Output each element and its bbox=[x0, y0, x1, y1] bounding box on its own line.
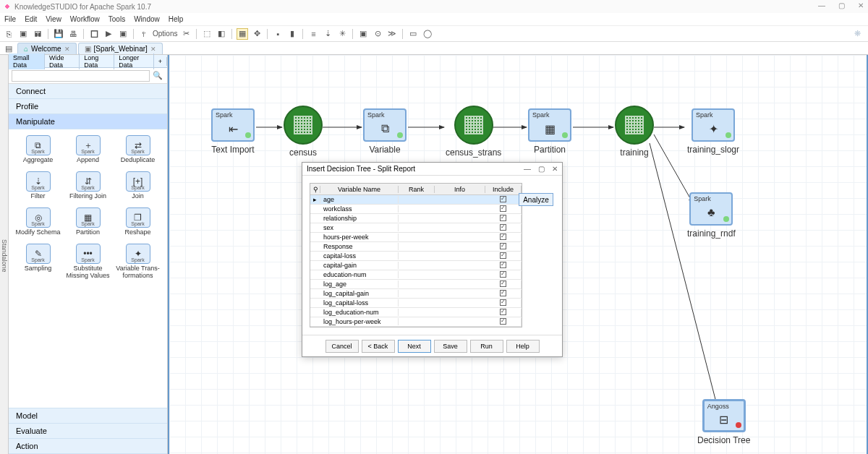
include-checkbox[interactable] bbox=[500, 215, 506, 221]
table-row[interactable]: relationship bbox=[310, 214, 522, 223]
sliders-icon[interactable]: ⫯ bbox=[138, 28, 150, 40]
table-row[interactable]: education-num bbox=[310, 270, 522, 280]
toolbar-icon[interactable]: ▭ bbox=[407, 28, 419, 40]
toolbar-icon[interactable]: ⎘ bbox=[3, 28, 14, 40]
include-checkbox[interactable] bbox=[500, 234, 506, 240]
tool-item[interactable]: ◎SparkModify Schema bbox=[14, 207, 61, 236]
toolbar-icon[interactable]: ✳ bbox=[336, 28, 348, 40]
col-include[interactable]: Include bbox=[485, 186, 522, 193]
dialog-close-icon[interactable]: ✕ bbox=[552, 165, 558, 173]
acc-action[interactable]: Action bbox=[9, 439, 167, 454]
include-checkbox[interactable] bbox=[500, 196, 506, 202]
col-rank[interactable]: Rank bbox=[399, 186, 435, 193]
node-variable[interactable]: Spark⧉ Variable bbox=[363, 108, 407, 155]
analyze-button[interactable]: Analyze bbox=[519, 193, 553, 206]
include-checkbox[interactable] bbox=[500, 243, 506, 249]
grid-icon[interactable]: ▦ bbox=[237, 28, 248, 40]
tab-close-icon[interactable]: ✕ bbox=[150, 46, 156, 53]
menu-workflow[interactable]: Workflow bbox=[70, 15, 100, 23]
toolbar-icon[interactable]: ▣ bbox=[17, 28, 29, 40]
col-info[interactable]: Info bbox=[435, 186, 485, 193]
run-button[interactable]: Run bbox=[470, 340, 503, 353]
back-button[interactable]: < Back bbox=[362, 340, 395, 353]
forward-icon[interactable]: ≫ bbox=[386, 28, 398, 40]
print-icon[interactable]: 🖶 bbox=[67, 28, 79, 40]
help-button[interactable]: Help bbox=[506, 340, 540, 353]
dialog-minimize-icon[interactable]: — bbox=[524, 165, 531, 173]
toolbar-icon[interactable]: ⬚ bbox=[201, 28, 213, 40]
maximize-button[interactable]: ▢ bbox=[838, 1, 845, 9]
table-row[interactable]: ▸age bbox=[310, 195, 522, 205]
include-checkbox[interactable] bbox=[500, 205, 506, 212]
acc-manipulate[interactable]: Manipulate bbox=[9, 114, 167, 129]
tool-item[interactable]: ⇣SparkFilter bbox=[14, 171, 61, 200]
acc-connect[interactable]: Connect bbox=[9, 84, 167, 99]
menu-tools[interactable]: Tools bbox=[109, 15, 125, 23]
list-icon[interactable]: ≡ bbox=[307, 28, 319, 40]
toolbar-icon[interactable]: ⇣ bbox=[322, 28, 333, 40]
data-tab-longer[interactable]: Longer Data bbox=[114, 53, 154, 69]
options-label[interactable]: Options bbox=[153, 28, 177, 40]
workflow-canvas[interactable]: Spark⇤ Text Import census Spark⧉ Variabl… bbox=[168, 55, 868, 454]
node-training[interactable]: training bbox=[615, 106, 654, 158]
node-census-strans[interactable]: census_strans bbox=[446, 106, 501, 158]
include-checkbox[interactable] bbox=[500, 252, 506, 259]
acc-model[interactable]: Model bbox=[9, 408, 167, 424]
table-row[interactable]: log_capital-gain bbox=[310, 289, 522, 299]
node-training-slogr[interactable]: Spark✦ training_slogr bbox=[687, 108, 739, 155]
include-checkbox[interactable] bbox=[500, 262, 506, 268]
tool-item[interactable]: ⧉SparkAggregate bbox=[14, 135, 61, 164]
node-training-rndf[interactable]: Spark♣ training_rndf bbox=[687, 192, 736, 239]
tool-item[interactable]: ▦SparkPartition bbox=[64, 207, 111, 236]
include-checkbox[interactable] bbox=[500, 318, 506, 325]
menu-file[interactable]: File bbox=[4, 15, 16, 23]
menu-window[interactable]: Window bbox=[134, 15, 160, 23]
toolbar-icon[interactable]: ▪ bbox=[272, 28, 284, 40]
toolbar-icon[interactable]: 🞏 bbox=[88, 28, 100, 40]
tool-item[interactable]: ⇄SparkDeduplicate bbox=[114, 135, 161, 164]
tool-item[interactable]: ❐SparkReshape bbox=[114, 207, 161, 236]
close-button[interactable]: ✕ bbox=[858, 1, 864, 9]
include-checkbox[interactable] bbox=[500, 309, 506, 315]
table-row[interactable]: log_age bbox=[310, 280, 522, 289]
dialog-titlebar[interactable]: Insert Decision Tree - Split Report — ▢ … bbox=[302, 163, 562, 176]
toolbar-icon[interactable]: ◧ bbox=[216, 28, 227, 40]
save-icon[interactable]: 💾 bbox=[53, 28, 64, 40]
toolbar-icon[interactable]: ▮ bbox=[286, 28, 298, 40]
toolbar-icon[interactable]: 🖬 bbox=[32, 28, 43, 40]
tool-item[interactable]: ✎SparkSampling bbox=[14, 244, 61, 280]
table-row[interactable]: Response bbox=[310, 242, 522, 252]
include-checkbox[interactable] bbox=[500, 271, 506, 278]
node-partition[interactable]: Spark▦ Partition bbox=[528, 108, 571, 155]
menu-edit[interactable]: Edit bbox=[25, 15, 37, 23]
data-tab-wide[interactable]: Wide Data bbox=[45, 53, 80, 69]
tab-close-icon[interactable]: ✕ bbox=[64, 46, 70, 53]
menu-view[interactable]: View bbox=[46, 15, 61, 23]
tool-item[interactable]: ⇵SparkFiltering Join bbox=[64, 171, 111, 200]
dialog-maximize-icon[interactable]: ▢ bbox=[538, 165, 545, 173]
table-row[interactable]: hours-per-week bbox=[310, 233, 522, 242]
toolbar-icon[interactable]: ◯ bbox=[422, 28, 433, 40]
table-row[interactable]: capital-loss bbox=[310, 252, 522, 261]
col-marker[interactable]: ⚲ bbox=[310, 186, 320, 193]
node-census[interactable]: census bbox=[284, 106, 323, 158]
acc-evaluate[interactable]: Evaluate bbox=[9, 424, 167, 439]
search-icon[interactable]: 🔍 bbox=[151, 71, 164, 80]
table-row[interactable]: sex bbox=[310, 223, 522, 233]
node-text-import[interactable]: Spark⇤ Text Import bbox=[211, 108, 255, 155]
include-checkbox[interactable] bbox=[500, 224, 506, 231]
table-row[interactable]: log_capital-loss bbox=[310, 299, 522, 308]
tool-item[interactable]: •••SparkSubstitute Missing Values bbox=[64, 244, 111, 280]
toolbar-icon[interactable]: ▶ bbox=[103, 28, 114, 40]
search-input[interactable] bbox=[12, 70, 150, 82]
toolbar-icon[interactable]: ▣ bbox=[357, 28, 369, 40]
include-checkbox[interactable] bbox=[500, 290, 506, 296]
col-variable[interactable]: Variable Name bbox=[320, 186, 399, 193]
table-row[interactable]: capital-gain bbox=[310, 261, 522, 270]
minimize-button[interactable]: — bbox=[818, 1, 825, 9]
scissors-icon[interactable]: ✂ bbox=[180, 28, 192, 40]
tool-item[interactable]: ✦SparkVariable Trans- formations bbox=[114, 244, 161, 280]
table-row[interactable]: log_education-num bbox=[310, 308, 522, 317]
include-checkbox[interactable] bbox=[500, 299, 506, 306]
save-button[interactable]: Save bbox=[434, 340, 467, 353]
